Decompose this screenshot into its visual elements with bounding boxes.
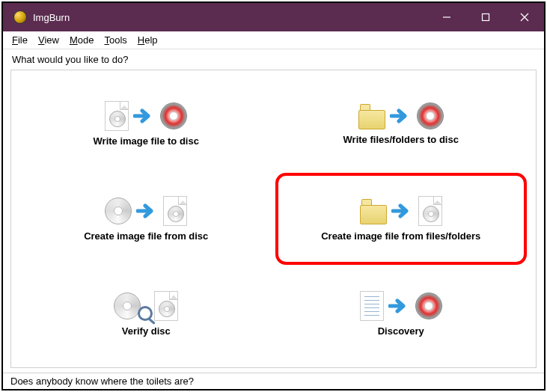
image-file-icon [105, 101, 129, 131]
magnifier-icon [138, 306, 153, 321]
close-button[interactable] [505, 3, 544, 31]
option-label: Create image file from files/folders [321, 230, 480, 242]
folder-icon [358, 107, 385, 129]
minimize-button[interactable] [427, 3, 466, 31]
menu-mode[interactable]: Mode [65, 33, 99, 47]
content-area: Write image file to disc Write files/fol… [10, 70, 537, 368]
disc-icon [114, 293, 141, 319]
arrow-icon [388, 298, 411, 314]
option-write-image[interactable]: Write image file to disc [19, 76, 274, 171]
burn-disc-icon [417, 102, 444, 129]
option-discovery[interactable]: Discovery [274, 266, 529, 361]
burn-disc-icon [415, 293, 442, 319]
image-file-icon [154, 291, 178, 321]
option-create-from-files[interactable]: Create image file from files/folders [275, 173, 528, 265]
window-title: ImgBurn [33, 12, 70, 23]
option-create-from-disc[interactable]: Create image file from disc [19, 171, 274, 266]
arrow-icon [133, 108, 156, 124]
arrow-icon [390, 108, 412, 124]
titlebar[interactable]: ImgBurn [3, 3, 544, 31]
status-bar: Does anybody know where the toilets are? [3, 373, 544, 389]
text-file-icon [360, 291, 384, 321]
main-window: ImgBurn File View Mode Tools Help What w… [1, 1, 546, 391]
option-verify[interactable]: Verify disc [19, 266, 274, 361]
maximize-button[interactable] [466, 3, 505, 31]
option-label: Discovery [378, 325, 424, 337]
svg-rect-1 [483, 14, 489, 21]
prompt-label: What would you like to do? [3, 49, 544, 67]
option-label: Verify disc [122, 325, 171, 337]
burn-disc-icon [160, 102, 187, 129]
menu-file[interactable]: File [7, 33, 32, 47]
arrow-icon [391, 203, 414, 219]
option-label: Write image file to disc [94, 135, 199, 147]
image-file-icon [163, 196, 187, 226]
menubar: File View Mode Tools Help [3, 31, 544, 49]
option-label: Create image file from disc [84, 230, 208, 242]
disc-icon [105, 197, 132, 224]
menu-tools[interactable]: Tools [100, 33, 131, 47]
arrow-icon [136, 203, 159, 219]
option-write-files[interactable]: Write files/folders to disc [274, 76, 529, 171]
image-file-icon [418, 196, 442, 226]
menu-view[interactable]: View [34, 33, 64, 47]
app-icon [13, 10, 27, 24]
menu-help[interactable]: Help [133, 33, 162, 47]
option-label: Write files/folders to disc [343, 134, 459, 145]
folders-icon [360, 202, 387, 224]
